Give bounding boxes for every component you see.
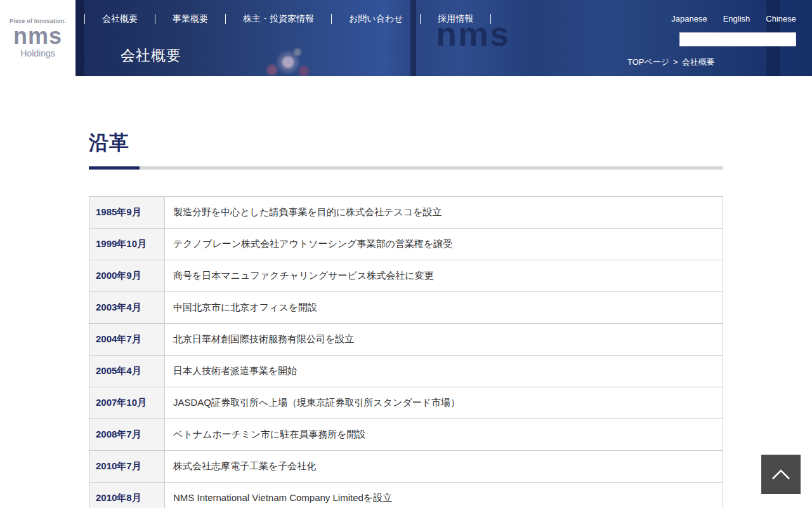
history-event: テクノブレーン株式会社アウトソーシング事業部の営業権を譲受: [165, 229, 723, 260]
history-date: 2010年7月: [89, 451, 165, 483]
history-event: ベトナムホーチミン市に駐在員事務所を開設: [165, 419, 723, 451]
site-header: Piece of Innovation. nms Holdings nms 会社…: [0, 0, 812, 76]
history-date: 2008年7月: [89, 419, 165, 451]
history-date: 1999年10月: [89, 229, 165, 260]
breadcrumb-current: 会社概要: [682, 57, 715, 67]
history-date: 1985年9月: [89, 197, 165, 229]
nav-separator: [490, 14, 491, 24]
nav-item-investors[interactable]: 株主・投資家情報: [226, 13, 331, 25]
breadcrumb-home-link[interactable]: TOPページ: [627, 57, 669, 67]
history-event: 北京日華材創国際技術服務有限公司を設立: [165, 324, 723, 356]
nav-item-company[interactable]: 会社概要: [85, 13, 155, 25]
history-date: 2005年4月: [89, 356, 165, 387]
logo-brand-text: nms: [13, 25, 62, 47]
history-table: 1985年9月 製造分野を中心とした請負事業を目的に株式会社テスコを設立 199…: [89, 196, 723, 508]
nav-item-recruit[interactable]: 採用情報: [421, 13, 490, 25]
logo-subtext: Holdings: [20, 48, 55, 58]
table-row: 2010年7月 株式会社志摩電子工業を子会社化: [89, 451, 723, 483]
history-event: 中国北京市に北京オフィスを開設: [165, 292, 723, 324]
table-row: 2005年4月 日本人技術者派遣事業を開始: [89, 356, 723, 387]
history-date: 2007年10月: [89, 387, 165, 419]
lang-link-chinese[interactable]: Chinese: [766, 14, 796, 23]
table-row: 2008年7月 ベトナムホーチミン市に駐在員事務所を開設: [89, 419, 723, 451]
nav-item-business[interactable]: 事業概要: [155, 13, 225, 25]
breadcrumb: TOPページ>会社概要: [627, 57, 715, 68]
history-date: 2003年4月: [89, 292, 165, 324]
table-row: 2003年4月 中国北京市に北京オフィスを開設: [89, 292, 723, 324]
section-title-rule: [89, 166, 723, 170]
banner-page-title: 会社概要: [121, 46, 181, 65]
table-row: 2000年9月 商号を日本マニュファクチャリングサービス株式会社に変更: [89, 260, 723, 292]
main-content: 沿革 1985年9月 製造分野を中心とした請負事業を目的に株式会社テスコを設立 …: [89, 130, 723, 508]
table-row: 1999年10月 テクノブレーン株式会社アウトソーシング事業部の営業権を譲受: [89, 229, 723, 260]
history-date: 2004年7月: [89, 324, 165, 356]
table-row: 2010年8月 NMS International Vietnam Compan…: [89, 483, 723, 508]
main-nav: 会社概要 事業概要 株主・投資家情報 お問い合わせ 採用情報: [84, 13, 491, 25]
history-event: 日本人技術者派遣事業を開始: [165, 356, 723, 387]
scroll-to-top-button[interactable]: [761, 455, 801, 494]
history-date: 2000年9月: [89, 260, 165, 292]
history-event: 製造分野を中心とした請負事業を目的に株式会社テスコを設立: [165, 197, 723, 229]
breadcrumb-separator: >: [673, 57, 678, 67]
banner-divider-band: [75, 0, 84, 76]
language-switcher: Japanese English Chinese: [671, 14, 796, 23]
table-row: 2007年10月 JASDAQ証券取引所へ上場（現東京証券取引所スタンダード市場…: [89, 387, 723, 419]
history-date: 2010年8月: [89, 483, 165, 508]
history-event: JASDAQ証券取引所へ上場（現東京証券取引所スタンダード市場）: [165, 387, 723, 419]
lang-link-english[interactable]: English: [723, 14, 750, 23]
history-event: 株式会社志摩電子工業を子会社化: [165, 451, 723, 483]
company-logo[interactable]: Piece of Innovation. nms Holdings: [0, 0, 75, 76]
section-title-history: 沿革: [89, 130, 723, 156]
nav-item-contact[interactable]: お問い合わせ: [332, 13, 420, 25]
chevron-up-icon: [770, 468, 792, 481]
section-title-rule-accent: [89, 166, 140, 170]
table-row: 1985年9月 製造分野を中心とした請負事業を目的に株式会社テスコを設立: [89, 197, 723, 229]
table-row: 2004年7月 北京日華材創国際技術服務有限公司を設立: [89, 324, 723, 356]
history-event: 商号を日本マニュファクチャリングサービス株式会社に変更: [165, 260, 723, 292]
history-event: NMS International Vietnam Company Limite…: [165, 483, 723, 508]
lang-link-japanese[interactable]: Japanese: [671, 14, 707, 23]
header-banner: nms 会社概要 事業概要 株主・投資家情報 お問い合わせ 採用情報 会社概要 …: [75, 0, 812, 76]
banner-divider-band: [410, 0, 416, 76]
search-input[interactable]: [679, 32, 796, 46]
